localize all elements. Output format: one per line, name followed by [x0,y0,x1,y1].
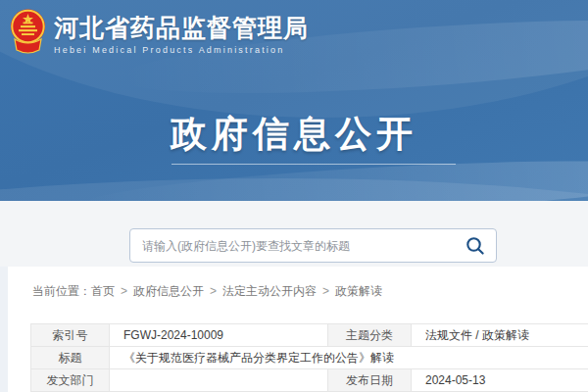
title-label: 标题 [31,347,110,369]
table-row: 发文部门 发布日期 2024-05-13 [31,369,588,392]
breadcrumb-gov-info[interactable]: 政府信息公开 [133,284,204,298]
search-button[interactable] [459,235,496,257]
banner-underline [172,164,456,165]
table-row: 索引号 FGWJ-2024-10009 主题分类 法规文件 / 政策解读 [31,324,588,347]
index-number-label: 索引号 [31,324,110,347]
breadcrumb-separator: > [121,284,127,298]
issuing-department-value [110,369,328,392]
site-logo[interactable]: 河北省药品监督管理局 Hebei Medical Products Admini… [10,7,309,56]
search-icon [465,235,486,257]
page-title: 政府信息公开 [0,110,588,159]
document-title-value[interactable]: 《关于规范医疗器械产品分类界定工作的公告》解读 [110,347,588,369]
index-number-value: FGWJ-2024-10009 [110,324,328,347]
issuing-department-label: 发文部门 [31,369,110,392]
topic-category-label: 主题分类 [328,324,412,347]
site-name-english: Hebei Medical Products Administration [54,45,309,55]
breadcrumb-home[interactable]: 首页 [91,284,115,298]
search-input[interactable] [130,239,459,253]
breadcrumb-separator: > [210,284,217,298]
breadcrumb-label: 当前位置： [32,284,91,298]
breadcrumb-policy-interpretation[interactable]: 政策解读 [335,284,382,298]
search-box [129,228,497,263]
breadcrumb-separator: > [322,284,329,298]
site-name: 河北省药品监督管理局 [54,13,309,42]
national-emblem-icon [10,7,46,56]
topic-category-value: 法规文件 / 政策解读 [412,324,588,347]
banner-swoosh [0,178,588,201]
breadcrumb-statutory-disclosure[interactable]: 法定主动公开内容 [222,284,317,298]
document-info-table: 索引号 FGWJ-2024-10009 主题分类 法规文件 / 政策解读 标题 … [30,323,588,392]
publish-date-label: 发布日期 [328,369,412,392]
publish-date-value: 2024-05-13 [412,369,588,392]
page: 河北省药品监督管理局 Hebei Medical Products Admini… [0,0,588,392]
site-logo-text: 河北省药品监督管理局 Hebei Medical Products Admini… [54,7,309,55]
page-margin-strip [0,267,8,392]
breadcrumb: 当前位置：首页>政府信息公开>法定主动公开内容>政策解读 [32,283,382,300]
hero-banner: 河北省药品监督管理局 Hebei Medical Products Admini… [0,0,588,201]
table-row: 标题 《关于规范医疗器械产品分类界定工作的公告》解读 [31,347,588,369]
search-section [0,201,588,267]
